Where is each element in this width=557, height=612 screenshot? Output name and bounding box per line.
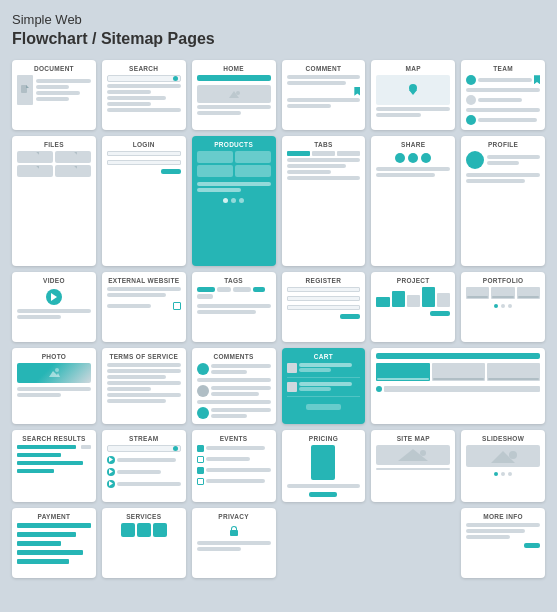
card-map[interactable]: MAP bbox=[371, 60, 455, 130]
card-video[interactable]: VIDEO bbox=[12, 272, 96, 342]
card-document[interactable]: DOCUMENT bbox=[12, 60, 96, 130]
card-project[interactable]: PROJECT bbox=[371, 272, 455, 342]
card-photo[interactable]: PHOTO bbox=[12, 348, 96, 424]
svg-point-4 bbox=[236, 91, 240, 95]
card-privacy[interactable]: PRIVACY bbox=[192, 508, 276, 578]
card-slideshow[interactable]: SLIDESHOW bbox=[461, 430, 545, 502]
card-cart[interactable]: CaRT bbox=[282, 348, 366, 424]
svg-point-14 bbox=[420, 450, 426, 456]
svg-point-17 bbox=[509, 451, 517, 459]
sitemap-grid: DOCUMENT SEARCH bbox=[12, 60, 545, 578]
card-pricing[interactable]: PRICING bbox=[282, 430, 366, 502]
card-comments[interactable]: COMMENTS bbox=[192, 348, 276, 424]
svg-marker-5 bbox=[51, 293, 57, 301]
card-terms[interactable]: TERMS OF SERVICE bbox=[102, 348, 186, 424]
svg-marker-11 bbox=[109, 481, 113, 486]
card-search-results[interactable]: SEARCH RESULTS bbox=[12, 430, 96, 502]
svg-point-8 bbox=[55, 368, 59, 372]
card-sitemap[interactable]: SITE MAP bbox=[371, 430, 455, 502]
card-home[interactable]: HOME bbox=[192, 60, 276, 130]
card-payment[interactable]: PAYMENT bbox=[12, 508, 96, 578]
card-comment[interactable]: COMMENT bbox=[282, 60, 366, 130]
svg-marker-7 bbox=[49, 371, 60, 377]
card-tags[interactable]: TAGS bbox=[192, 272, 276, 342]
card-files[interactable]: FILES bbox=[12, 136, 96, 266]
card-profile[interactable]: PROFILE bbox=[461, 136, 545, 266]
card-services[interactable]: ServICES bbox=[102, 508, 186, 578]
card-events[interactable]: EVENTS bbox=[192, 430, 276, 502]
card-register[interactable]: REGISTER bbox=[282, 272, 366, 342]
svg-marker-10 bbox=[109, 469, 113, 474]
card-share[interactable]: SHARE bbox=[371, 136, 455, 266]
card-products[interactable]: PRODUCTS bbox=[192, 136, 276, 266]
card-products-detail[interactable] bbox=[371, 348, 545, 424]
card-team[interactable]: TEAM bbox=[461, 60, 545, 130]
card-portfolio[interactable]: PORTFOLIO bbox=[461, 272, 545, 342]
card-search[interactable]: SEARCH bbox=[102, 60, 186, 130]
card-more-info[interactable]: MORE INFO bbox=[461, 508, 545, 578]
card-login[interactable]: LOGIN bbox=[102, 136, 186, 266]
svg-marker-9 bbox=[109, 457, 113, 462]
card-tabs[interactable]: TABS bbox=[282, 136, 366, 266]
card-external[interactable]: EXTERNAL WEBSITE bbox=[102, 272, 186, 342]
page-title: Simple Web Flowchart / Sitemap Pages bbox=[12, 12, 545, 50]
card-stream[interactable]: STREAM bbox=[102, 430, 186, 502]
